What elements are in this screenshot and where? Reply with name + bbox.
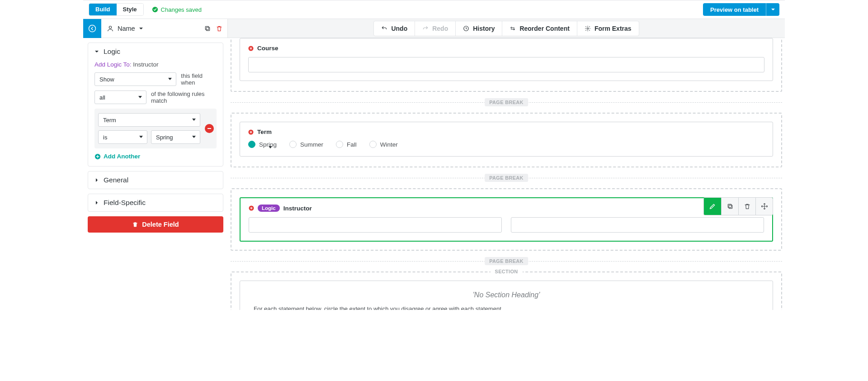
match-suffix-text: of the following rules match [151,90,217,104]
undo-icon [381,25,387,32]
caret-down-icon [94,49,99,54]
field-crumb: Name [83,19,228,38]
trash-icon [744,203,751,210]
preview-button[interactable]: Preview on tablet [703,3,766,16]
plus-circle-icon [94,153,101,160]
field-selector[interactable]: Name [101,25,204,32]
gear-icon [585,25,591,32]
save-status: Changes saved [152,6,202,13]
page-break-divider[interactable]: PAGE BREAK [231,256,782,266]
instructor-first-input[interactable] [249,217,502,233]
term-field[interactable]: Term Spring Summer Fall Winter [240,122,773,157]
chevron-left-icon [88,24,96,33]
svg-rect-11 [728,204,731,207]
section-heading: 'No Section Heading' [248,291,764,299]
secondary-toolbar: Name Undo Redo History Reorder Conte [83,19,785,38]
field-name-label: Name [118,25,135,32]
delete-field-icon-button[interactable] [738,198,755,215]
page-break-divider[interactable]: PAGE BREAK [231,97,782,107]
logic-action-select[interactable]: Show [94,72,176,86]
undo-button[interactable]: Undo [374,21,415,36]
rule-field-select[interactable]: Term [98,113,200,127]
style-tab[interactable]: Style [117,4,143,15]
form-canvas: Course PAGE BREAK Term Spring Summer Fal… [228,38,785,310]
term-option-summer[interactable]: Summer [289,141,323,148]
redo-icon [422,25,429,32]
term-option-fall[interactable]: Fall [336,141,357,148]
course-input[interactable] [248,57,764,72]
rule-operator-select[interactable]: is [98,130,147,144]
delete-field-button[interactable]: Delete Field [88,216,223,233]
build-tab[interactable]: Build [89,4,117,15]
remove-rule-button[interactable] [205,124,214,133]
preview-group: Preview on tablet [703,3,779,16]
svg-point-2 [109,26,111,28]
section-divider-label: SECTION [491,269,523,274]
duplicate-icon [726,203,734,210]
caret-down-icon [139,26,143,31]
field-settings-sidebar: Logic Add Logic To: Instructor Show this… [83,38,228,310]
form-extras-button[interactable]: Form Extras [577,21,639,36]
field-specific-panel-header[interactable]: Field-Specific [88,194,223,211]
rule-value-select[interactable]: Spring [151,130,200,144]
trash-icon [132,221,138,228]
action-suffix-text: this field when [181,72,217,86]
instructor-field-selected[interactable]: Logic Instructor [240,197,773,242]
required-icon [248,46,254,51]
term-option-winter[interactable]: Winter [369,141,398,148]
logic-rule: Term is Spring [94,109,217,148]
canvas-utils: Undo Redo History Reorder Content Form E… [373,21,639,36]
clock-icon [463,25,469,32]
general-panel: General [88,171,223,189]
edit-field-button[interactable] [704,198,721,215]
section-card[interactable]: 'No Section Heading' For each statement … [240,281,773,310]
logic-panel: Logic Add Logic To: Instructor Show this… [88,43,223,167]
caret-right-icon [94,200,99,205]
required-icon [248,129,254,135]
required-icon [249,205,254,211]
instructor-last-input[interactable] [511,217,764,233]
history-button[interactable]: History [456,21,502,36]
section-description: For each statement below, circle the ext… [248,305,764,310]
move-icon [761,203,768,210]
caret-right-icon [94,178,99,182]
back-button[interactable] [83,19,101,38]
svg-rect-4 [205,26,208,29]
svg-rect-10 [729,205,732,208]
add-logic-to-label: Add Logic To: Instructor [94,61,217,68]
svg-point-1 [89,25,96,32]
page-break-divider[interactable]: PAGE BREAK [231,173,782,183]
reorder-button[interactable]: Reorder Content [502,21,577,36]
preview-dropdown[interactable] [766,3,779,16]
logic-match-select[interactable]: all [94,90,146,104]
caret-down-icon [771,7,775,12]
duplicate-field-button[interactable] [721,198,738,215]
add-rule-button[interactable]: Add Another [94,153,217,160]
term-option-spring[interactable]: Spring [248,141,277,148]
mode-toggle: Build Style [89,3,144,16]
duplicate-icon[interactable] [204,25,211,32]
general-panel-header[interactable]: General [88,171,223,189]
reorder-icon [509,25,516,32]
person-icon [107,25,114,32]
redo-button[interactable]: Redo [415,21,456,36]
check-circle-icon [152,6,158,13]
svg-rect-3 [206,27,209,30]
pencil-icon [709,203,716,210]
svg-point-6 [587,28,589,29]
field-specific-panel: Field-Specific [88,194,223,212]
field-toolbar [703,197,773,215]
move-field-button[interactable] [755,198,773,215]
logic-badge: Logic [258,205,280,212]
top-toolbar: Build Style Changes saved Preview on tab… [83,0,785,19]
trash-icon[interactable] [216,25,223,32]
course-field[interactable]: Course [240,38,773,81]
logic-panel-header[interactable]: Logic [88,43,223,60]
